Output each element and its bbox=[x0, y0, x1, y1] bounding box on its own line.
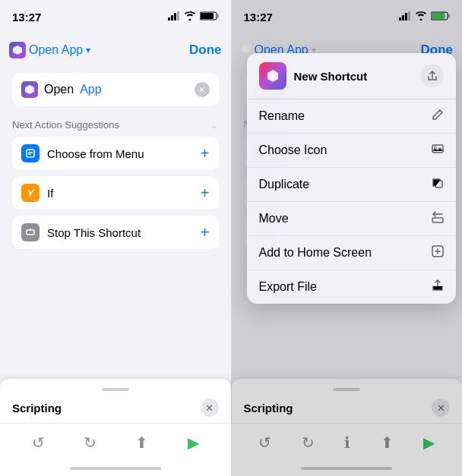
left-open-bar[interactable]: Open App ✕ bbox=[12, 73, 219, 106]
left-action-label-2: Stop This Shortcut bbox=[47, 226, 193, 239]
left-open-bar-icon bbox=[21, 81, 38, 98]
left-action-icon-2 bbox=[21, 223, 40, 241]
left-home-indicator bbox=[0, 461, 231, 476]
svg-rect-7 bbox=[27, 150, 34, 157]
left-action-plus-2[interactable]: + bbox=[201, 224, 210, 241]
menu-item-move[interactable]: Move bbox=[247, 202, 457, 236]
left-sheet-close[interactable]: ✕ bbox=[201, 399, 219, 417]
battery-icon bbox=[200, 11, 219, 23]
menu-item-home-screen[interactable]: Add to Home Screen bbox=[247, 236, 457, 270]
svg-point-23 bbox=[271, 74, 275, 78]
left-action-icon-1: Y bbox=[21, 184, 40, 202]
export-icon bbox=[432, 279, 444, 295]
left-toolbar-redo[interactable]: ↻ bbox=[84, 433, 97, 452]
left-sheet-handle bbox=[102, 388, 129, 391]
menu-item-home-screen-label: Add to Home Screen bbox=[259, 246, 372, 260]
left-done-button[interactable]: Done bbox=[189, 43, 222, 58]
menu-item-rename[interactable]: Rename bbox=[247, 99, 457, 134]
duplicate-icon bbox=[432, 177, 444, 192]
left-toolbar-share[interactable]: ⬆ bbox=[135, 433, 148, 452]
left-open-bar-clear[interactable]: ✕ bbox=[195, 82, 210, 97]
left-action-item-1[interactable]: Y If + bbox=[12, 176, 219, 210]
left-section-title: Next Action Suggestions bbox=[12, 119, 119, 131]
menu-header-icon bbox=[259, 62, 286, 90]
wifi-icon bbox=[184, 11, 196, 23]
left-status-time: 13:27 bbox=[12, 11, 41, 24]
menu-header-share-button[interactable] bbox=[421, 65, 444, 87]
left-toolbar-undo[interactable]: ↺ bbox=[32, 433, 45, 452]
left-status-bar: 13:27 bbox=[0, 0, 231, 33]
menu-item-choose-icon-label: Choose Icon bbox=[259, 143, 328, 157]
left-section-header: Next Action Suggestions ⌄ bbox=[12, 118, 219, 131]
menu-item-choose-icon[interactable]: Choose Icon bbox=[247, 134, 457, 168]
move-icon bbox=[432, 211, 444, 226]
left-open-app-label: Open App bbox=[29, 43, 83, 57]
left-action-plus-0[interactable]: + bbox=[201, 145, 210, 162]
left-panel: 13:27 Open App ▾ Done bbox=[0, 0, 231, 476]
left-action-label-0: Choose from Menu bbox=[47, 147, 193, 160]
svg-rect-9 bbox=[28, 154, 31, 156]
left-content: Open App ✕ Next Action Suggestions ⌄ Cho… bbox=[0, 67, 231, 379]
left-nav-open-app[interactable]: Open App ▾ bbox=[9, 42, 90, 58]
left-sheet-header: Scripting ✕ bbox=[12, 399, 219, 417]
left-bottom-toolbar: ↺ ↻ ⬆ ▶ bbox=[0, 423, 231, 461]
left-action-icon-0 bbox=[21, 144, 40, 162]
menu-item-duplicate-label: Duplicate bbox=[259, 178, 310, 191]
left-home-bar bbox=[70, 467, 161, 470]
left-open-label: Open bbox=[44, 83, 74, 96]
signal-icon bbox=[168, 11, 180, 23]
menu-header: New Shortcut bbox=[247, 53, 457, 99]
left-nav-chevron: ▾ bbox=[86, 45, 90, 55]
rename-icon bbox=[432, 109, 444, 124]
svg-rect-8 bbox=[28, 152, 33, 153]
menu-item-duplicate[interactable]: Duplicate bbox=[247, 168, 457, 202]
add-home-icon bbox=[432, 245, 444, 260]
menu-item-move-label: Move bbox=[259, 212, 289, 225]
left-action-label-1: If bbox=[47, 187, 193, 200]
svg-rect-10 bbox=[27, 230, 34, 235]
svg-rect-6 bbox=[217, 14, 219, 17]
svg-rect-27 bbox=[432, 218, 443, 222]
left-action-item-0[interactable]: Choose from Menu + bbox=[12, 137, 219, 170]
left-action-plus-1[interactable]: + bbox=[201, 184, 210, 202]
choose-icon-icon bbox=[432, 143, 444, 158]
svg-rect-0 bbox=[168, 17, 170, 20]
left-status-icons bbox=[168, 11, 219, 23]
svg-rect-1 bbox=[171, 15, 173, 20]
left-section-chevron: ⌄ bbox=[210, 118, 219, 131]
left-action-item-2[interactable]: Stop This Shortcut + bbox=[12, 216, 219, 249]
left-bottom-sheet: Scripting ✕ bbox=[0, 379, 231, 423]
left-sheet-title: Scripting bbox=[12, 402, 62, 415]
menu-item-rename-label: Rename bbox=[259, 109, 305, 123]
svg-rect-2 bbox=[174, 13, 176, 20]
context-menu[interactable]: New Shortcut Rename Choose Icon Duplicat… bbox=[247, 53, 457, 304]
left-toolbar-play[interactable]: ▶ bbox=[188, 433, 199, 452]
menu-item-export-label: Export File bbox=[259, 280, 317, 294]
right-panel: 13:27 Open App ▾ Done bbox=[232, 0, 463, 476]
svg-rect-3 bbox=[177, 11, 179, 20]
menu-item-export[interactable]: Export File bbox=[247, 270, 457, 304]
svg-rect-5 bbox=[201, 13, 214, 19]
left-open-app[interactable]: App bbox=[80, 83, 101, 96]
left-nav-bar: Open App ▾ Done bbox=[0, 33, 231, 67]
left-app-icon bbox=[9, 42, 26, 58]
menu-header-title: New Shortcut bbox=[294, 70, 414, 83]
